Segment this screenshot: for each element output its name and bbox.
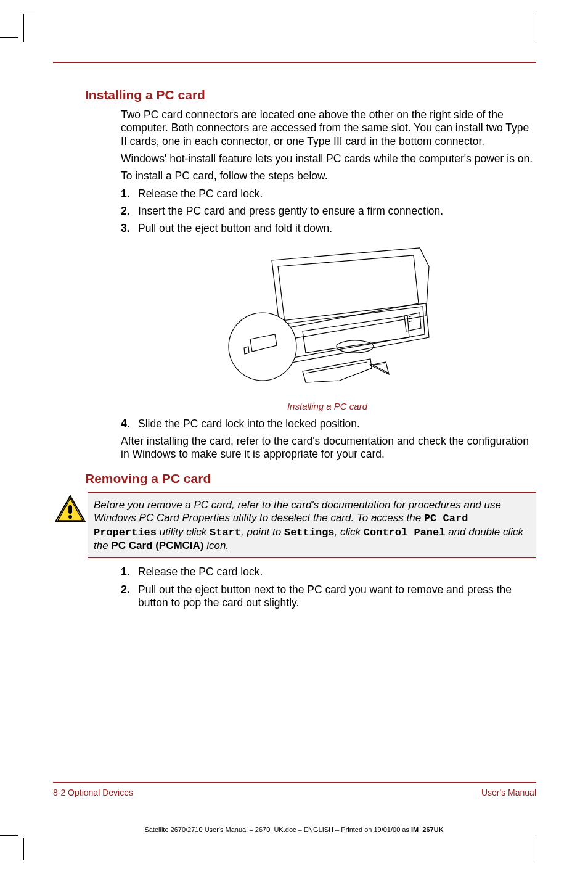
step-text: Slide the PC card lock into the locked p…	[138, 418, 360, 430]
step-text: Pull out the eject button and fold it do…	[138, 222, 332, 234]
crop-mark	[0, 835, 18, 836]
caution-fragment: , point to	[241, 526, 284, 538]
figure-install-pc-card: Installing a PC card	[121, 242, 534, 411]
crop-mark	[23, 838, 24, 860]
list-item: 2.Pull out the eject button next to the …	[121, 583, 534, 610]
svg-point-3	[68, 515, 72, 519]
step-text: Pull out the eject button next to the PC…	[138, 583, 512, 609]
caution-block: Before you remove a PC card, refer to th…	[53, 492, 536, 559]
caution-fragment: , click	[335, 526, 364, 538]
page-content: Installing a PC card Two PC card connect…	[53, 62, 536, 811]
imprint-code: IM_267UK	[411, 826, 444, 833]
svg-point-1	[229, 313, 296, 381]
caution-mono: Start	[210, 527, 241, 538]
paragraph: Two PC card connectors are located one a…	[121, 109, 534, 148]
footer-left: 8-2 Optional Devices	[53, 788, 133, 797]
paragraph: After installing the card, refer to the …	[121, 435, 534, 461]
caution-fragment: icon.	[204, 540, 229, 551]
caution-fragment: utility click	[157, 526, 210, 538]
header-rule	[53, 62, 536, 63]
caution-bold: PC Card (PCMCIA)	[111, 540, 203, 551]
svg-rect-2	[68, 505, 72, 514]
figure-caption: Installing a PC card	[121, 401, 534, 411]
footer-rule	[53, 782, 536, 783]
caution-mono: Control Panel	[364, 527, 446, 538]
list-item: 1.Release the PC card lock.	[121, 566, 534, 579]
install-steps-b: 4.Slide the PC card lock into the locked…	[121, 418, 534, 430]
caution-mono: Settings	[284, 527, 335, 538]
imprint-line: Satellite 2670/2710 User's Manual – 2670…	[0, 826, 588, 833]
footer-right: User's Manual	[481, 788, 536, 797]
paragraph: Windows' hot-install feature lets you in…	[121, 152, 534, 165]
remove-steps: 1.Release the PC card lock. 2.Pull out t…	[121, 566, 534, 609]
list-item: 1.Release the PC card lock.	[121, 187, 534, 200]
heading-removing: Removing a PC card	[85, 471, 534, 486]
crop-mark	[536, 14, 536, 42]
list-item: 2.Insert the PC card and press gently to…	[121, 205, 534, 218]
crop-mark	[536, 838, 536, 860]
install-steps-a: 1.Release the PC card lock. 2.Insert the…	[121, 187, 534, 236]
step-text: Insert the PC card and press gently to e…	[138, 205, 443, 217]
step-text: Release the PC card lock.	[138, 566, 263, 578]
heading-installing: Installing a PC card	[85, 88, 534, 102]
step-text: Release the PC card lock.	[138, 187, 263, 200]
caution-icon	[53, 492, 88, 523]
crop-mark	[23, 14, 35, 42]
laptop-pc-card-illustration	[216, 242, 438, 396]
page-footer: 8-2 Optional Devices User's Manual	[53, 788, 536, 797]
crop-mark	[0, 37, 18, 38]
imprint-text: Satellite 2670/2710 User's Manual – 2670…	[144, 826, 411, 833]
list-item: 4.Slide the PC card lock into the locked…	[121, 418, 534, 430]
list-item: 3.Pull out the eject button and fold it …	[121, 222, 534, 235]
caution-text: Before you remove a PC card, refer to th…	[88, 492, 536, 559]
paragraph: To install a PC card, follow the steps b…	[121, 170, 534, 183]
